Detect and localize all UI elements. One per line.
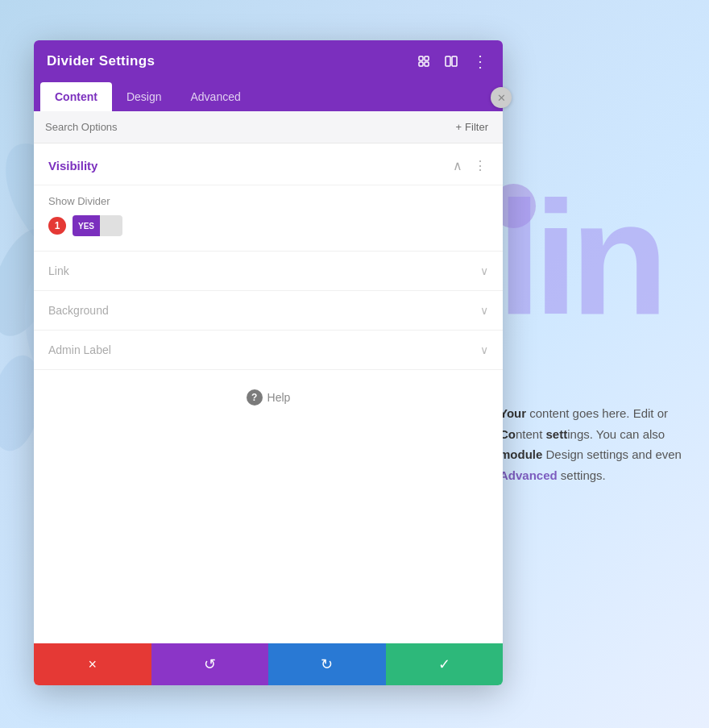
divider-settings-modal: Divider Settings ⋮ [34, 40, 503, 685]
svg-rect-9 [446, 56, 450, 66]
visibility-section-header: Visibility ∧ ⋮ [34, 144, 503, 185]
svg-rect-7 [419, 62, 423, 66]
show-divider-row: Show Divider 1 YES [34, 185, 503, 252]
more-icon: ⋮ [472, 53, 488, 69]
toggle-row: 1 YES [48, 215, 488, 236]
svg-rect-5 [419, 56, 423, 60]
visibility-title: Visibility [48, 159, 97, 173]
save-icon: ✓ [438, 655, 450, 673]
step-badge: 1 [48, 217, 66, 235]
redo-button[interactable]: ↻ [268, 643, 386, 685]
close-icon: ✕ [497, 92, 506, 104]
filter-label: Filter [465, 121, 488, 133]
tab-content[interactable]: Content [40, 82, 112, 111]
header-icons: ⋮ [416, 52, 490, 71]
toggle-no-track [100, 215, 122, 236]
more-options-button[interactable]: ⋮ [471, 52, 490, 71]
link-chevron-icon: ∨ [480, 264, 488, 277]
background-section: Background ∨ [34, 291, 503, 331]
help-row: ? Help [34, 370, 503, 425]
bg-text-advanced: Advanced [500, 468, 558, 482]
link-section-header[interactable]: Link ∨ [34, 252, 503, 290]
modal-body: Visibility ∧ ⋮ Show Divider 1 YES [34, 144, 503, 643]
expand-icon-button[interactable] [416, 53, 432, 69]
svg-rect-8 [425, 62, 429, 66]
help-label[interactable]: Help [267, 391, 291, 404]
background-section-title: Background [48, 304, 109, 317]
filter-plus-icon: + [456, 121, 462, 133]
admin-label-section: Admin Label ∨ [34, 331, 503, 370]
help-question-icon: ? [247, 389, 263, 406]
split-view-button[interactable] [443, 53, 459, 69]
visibility-more-button[interactable]: ⋮ [472, 156, 488, 175]
link-section-title: Link [48, 264, 69, 277]
cancel-button[interactable]: × [34, 643, 151, 685]
filter-button[interactable]: + Filter [453, 119, 491, 135]
undo-icon: ↺ [204, 655, 216, 673]
visibility-more-icon: ⋮ [474, 159, 487, 173]
admin-label-section-title: Admin Label [48, 343, 111, 356]
collapse-visibility-button[interactable]: ∧ [451, 156, 464, 175]
search-bar: + Filter [34, 111, 503, 144]
chevron-up-icon: ∧ [453, 159, 462, 173]
tab-design[interactable]: Design [112, 82, 176, 111]
svg-rect-6 [425, 56, 429, 60]
background-section-header[interactable]: Background ∨ [34, 291, 503, 330]
admin-label-chevron-icon: ∨ [480, 343, 488, 356]
modal-tabs: Content Design Advanced [34, 82, 503, 111]
background-chevron-icon: ∨ [480, 304, 488, 317]
toggle-yes-label: YES [73, 215, 100, 236]
cancel-icon: × [88, 656, 97, 673]
section-controls: ∧ ⋮ [451, 156, 488, 175]
tab-advanced[interactable]: Advanced [176, 82, 255, 111]
show-divider-label: Show Divider [48, 195, 488, 207]
svg-rect-10 [452, 56, 457, 66]
modal-footer: × ↺ ↻ ✓ [34, 643, 503, 685]
close-modal-button[interactable]: ✕ [491, 87, 512, 108]
link-section: Link ∨ [34, 252, 503, 291]
bg-text-your: Your [500, 406, 526, 420]
save-button[interactable]: ✓ [386, 643, 504, 685]
admin-label-section-header[interactable]: Admin Label ∨ [34, 331, 503, 369]
bg-content-description: Your content goes here. Edit or Content … [500, 403, 685, 485]
undo-button[interactable]: ↺ [151, 643, 269, 685]
modal-title: Divider Settings [47, 53, 155, 69]
modal-header: Divider Settings ⋮ [34, 40, 503, 82]
show-divider-toggle[interactable]: YES [73, 215, 122, 236]
redo-icon: ↻ [321, 655, 333, 673]
search-input[interactable] [45, 121, 446, 133]
bg-text-module: module [500, 447, 542, 461]
